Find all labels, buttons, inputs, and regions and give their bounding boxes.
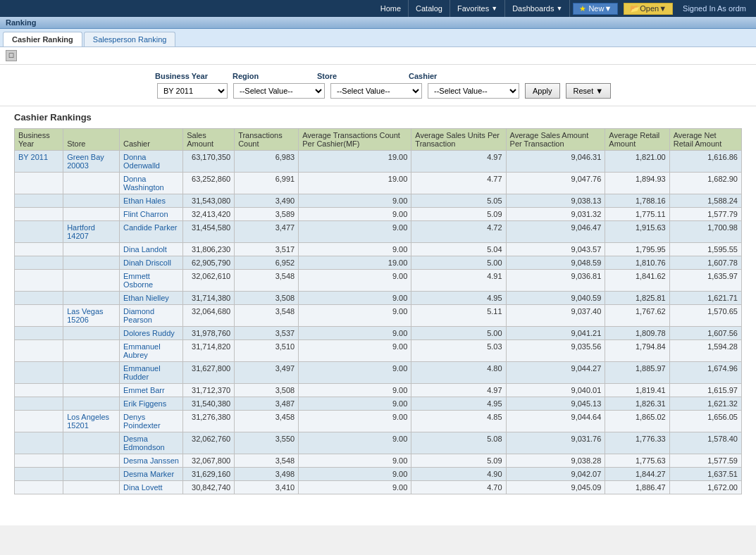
cell-business-year[interactable] <box>15 384 63 397</box>
cell-avg-sales-units: 5.09 <box>411 454 506 468</box>
cell-sales-amount: 62,905,790 <box>183 256 235 270</box>
tab-cashier-ranking[interactable]: Cashier Ranking <box>3 32 82 46</box>
cell-cashier[interactable]: Dinah Driscoll <box>120 256 183 270</box>
cell-store[interactable] <box>63 194 120 208</box>
cell-store[interactable]: Las Vegas 15206 <box>63 305 120 327</box>
cell-store[interactable] <box>63 454 120 468</box>
cell-avg-sales-units: 4.97 <box>411 384 506 397</box>
cell-business-year[interactable] <box>15 305 63 327</box>
cell-store[interactable] <box>63 270 120 292</box>
cell-cashier[interactable]: Dina Landolt <box>120 243 183 256</box>
cell-avg-sales-units: 5.05 <box>411 194 506 208</box>
cell-avg-net-retail: 1,578.40 <box>669 432 741 454</box>
cell-cashier[interactable]: Candide Parker <box>120 221 183 243</box>
cell-transactions-count: 6,991 <box>235 173 299 194</box>
tab-salesperson-ranking[interactable]: Salesperson Ranking <box>84 32 176 46</box>
cell-business-year[interactable] <box>15 397 63 411</box>
cell-sales-amount: 32,064,680 <box>183 305 235 327</box>
nav-home[interactable]: Home <box>373 0 409 17</box>
cell-business-year[interactable] <box>15 481 63 494</box>
cell-business-year[interactable] <box>15 411 63 432</box>
business-year-select[interactable]: BY 2011 <box>157 83 228 99</box>
cell-cashier[interactable]: Desma Marker <box>120 468 183 481</box>
cell-cashier[interactable]: Desma Janssen <box>120 454 183 468</box>
cell-store[interactable] <box>63 340 120 362</box>
cell-store[interactable] <box>63 292 120 305</box>
cell-store[interactable]: Green Bay 20003 <box>63 151 120 173</box>
cashier-select[interactable]: --Select Value-- <box>428 83 519 99</box>
nav-favorites[interactable]: Favorites ▼ <box>450 0 505 17</box>
cell-business-year[interactable] <box>15 270 63 292</box>
nav-catalog[interactable]: Catalog <box>409 0 450 17</box>
cell-cashier[interactable]: Ethan Hales <box>120 194 183 208</box>
cell-cashier[interactable]: Donna Odenwalld <box>120 151 183 173</box>
cell-store[interactable] <box>63 384 120 397</box>
new-button[interactable]: ★ New ▼ <box>573 3 618 15</box>
store-select[interactable]: --Select Value-- <box>330 83 422 99</box>
table-row: Emmet Barr31,712,3703,5089.004.979,040.0… <box>15 384 742 397</box>
cell-avg-net-retail: 1,674.96 <box>669 362 741 384</box>
cell-cashier[interactable]: Dina Lovett <box>120 481 183 494</box>
open-arrow-icon: ▼ <box>659 4 667 13</box>
cell-business-year[interactable]: BY 2011 <box>15 151 63 173</box>
cell-store[interactable] <box>63 243 120 256</box>
cell-cashier[interactable]: Diamond Pearson <box>120 305 183 327</box>
cell-sales-amount: 31,714,380 <box>183 292 235 305</box>
cell-sales-amount: 32,062,610 <box>183 270 235 292</box>
reset-button[interactable]: Reset ▼ <box>566 83 612 99</box>
cell-sales-amount: 30,842,740 <box>183 481 235 494</box>
cell-business-year[interactable] <box>15 432 63 454</box>
cell-cashier[interactable]: Emmanuel Rudder <box>120 362 183 384</box>
cell-cashier[interactable]: Denys Poindexter <box>120 411 183 432</box>
cell-store[interactable]: Los Angeles 15201 <box>63 411 120 432</box>
cell-store[interactable] <box>63 173 120 194</box>
filter-bar: Business Year Region Store Cashier BY 20… <box>0 65 756 106</box>
cell-store[interactable] <box>63 256 120 270</box>
cell-cashier[interactable]: Erik Figgens <box>120 397 183 411</box>
cell-business-year[interactable] <box>15 194 63 208</box>
cell-business-year[interactable] <box>15 340 63 362</box>
table-row: Ethan Hales31,543,0803,4909.005.059,038.… <box>15 194 742 208</box>
cell-store[interactable] <box>63 208 120 221</box>
cell-cashier[interactable]: Donna Washington <box>120 173 183 194</box>
cell-avg-txn-count: 9.00 <box>299 362 411 384</box>
cell-business-year[interactable] <box>15 362 63 384</box>
cell-avg-retail: 1,775.63 <box>605 454 669 468</box>
cell-business-year[interactable] <box>15 256 63 270</box>
open-button[interactable]: 📂 Open ▼ <box>624 3 673 15</box>
cell-cashier[interactable]: Dolores Ruddy <box>120 327 183 340</box>
cell-avg-net-retail: 1,577.79 <box>669 208 741 221</box>
cell-avg-sales-amount: 9,038.13 <box>506 194 605 208</box>
nav-dashboards[interactable]: Dashboards ▼ <box>505 0 570 17</box>
cell-cashier[interactable]: Emmanuel Aubrey <box>120 340 183 362</box>
table-row: Desma Edmondson32,062,7603,5509.005.089,… <box>15 432 742 454</box>
cell-business-year[interactable] <box>15 468 63 481</box>
cell-cashier[interactable]: Ethan Nielley <box>120 292 183 305</box>
cell-business-year[interactable] <box>15 173 63 194</box>
cell-avg-txn-count: 9.00 <box>299 481 411 494</box>
cell-cashier[interactable]: Emmet Barr <box>120 384 183 397</box>
cell-cashier[interactable]: Flint Charron <box>120 208 183 221</box>
table-container[interactable]: Business Year Store Cashier Sales Amount… <box>0 125 756 525</box>
cell-store[interactable] <box>63 362 120 384</box>
cell-business-year[interactable] <box>15 243 63 256</box>
cell-business-year[interactable] <box>15 221 63 243</box>
cell-sales-amount: 32,062,760 <box>183 432 235 454</box>
apply-button[interactable]: Apply <box>525 83 560 99</box>
cell-store[interactable] <box>63 481 120 494</box>
cell-store[interactable]: Hartford 14207 <box>63 221 120 243</box>
cell-cashier[interactable]: Emmett Osborne <box>120 270 183 292</box>
cell-store[interactable] <box>63 397 120 411</box>
table-row: Las Vegas 15206Diamond Pearson32,064,680… <box>15 305 742 327</box>
cell-store[interactable] <box>63 468 120 481</box>
cell-business-year[interactable] <box>15 208 63 221</box>
cell-business-year[interactable] <box>15 454 63 468</box>
cell-business-year[interactable] <box>15 327 63 340</box>
cell-avg-retail: 1,809.78 <box>605 327 669 340</box>
print-icon[interactable]: ☐ <box>6 50 17 61</box>
region-select[interactable]: --Select Value-- <box>233 83 325 99</box>
cell-business-year[interactable] <box>15 292 63 305</box>
cell-cashier[interactable]: Desma Edmondson <box>120 432 183 454</box>
cell-store[interactable] <box>63 327 120 340</box>
cell-store[interactable] <box>63 432 120 454</box>
